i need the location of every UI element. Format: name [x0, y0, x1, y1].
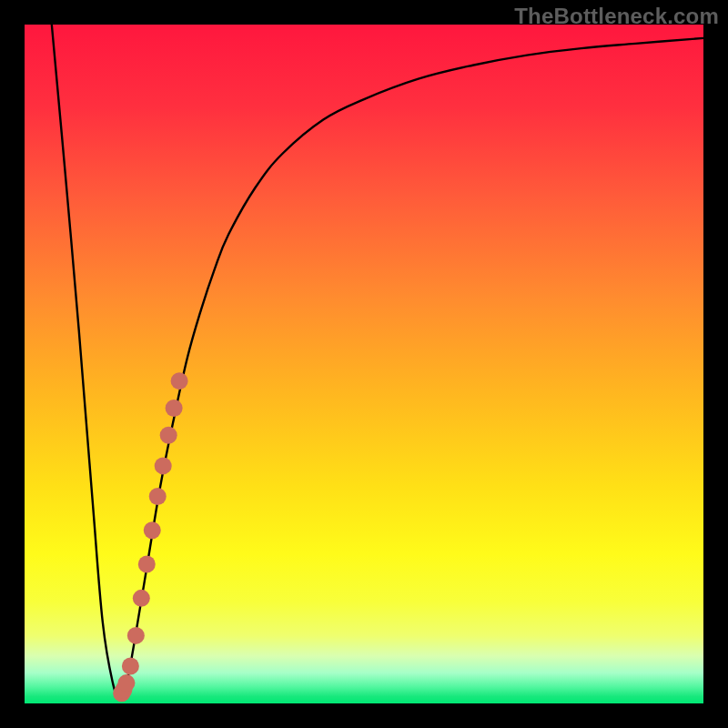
marker-dot	[155, 457, 172, 474]
watermark-text: TheBottleneck.com	[514, 4, 719, 29]
marker-dot	[127, 627, 145, 644]
highlight-markers	[113, 372, 187, 702]
marker-dot	[138, 556, 156, 573]
marker-dot	[171, 372, 188, 389]
chart-svg	[25, 25, 703, 703]
marker-dot	[133, 590, 150, 607]
marker-dot	[117, 674, 135, 692]
chart-frame: TheBottleneck.com	[0, 0, 728, 728]
plot-area	[25, 25, 703, 703]
marker-dot	[122, 657, 139, 674]
marker-dot	[149, 488, 167, 505]
marker-dot	[160, 427, 177, 444]
marker-dot	[144, 521, 161, 539]
marker-dot	[166, 399, 183, 417]
